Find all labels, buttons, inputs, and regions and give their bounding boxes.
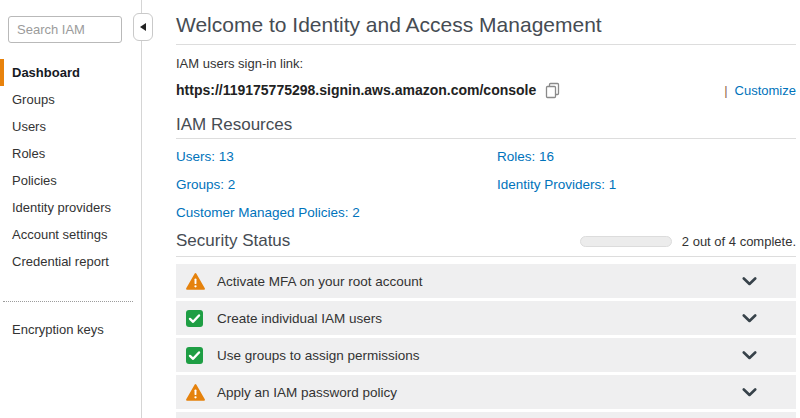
warning-icon (186, 273, 205, 290)
resource-link-customer-managed-policies[interactable]: Customer Managed Policies: 2 (176, 205, 497, 220)
security-status-list: Activate MFA on your root account Create… (176, 264, 796, 418)
sidebar-item-policies[interactable]: Policies (0, 167, 141, 194)
page-title: Welcome to Identity and Access Managemen… (176, 13, 796, 45)
sidebar-item-account-settings[interactable]: Account settings (0, 221, 141, 248)
customize-link[interactable]: Customize (735, 83, 796, 98)
chevron-down-icon[interactable] (742, 351, 757, 360)
check-icon (186, 310, 205, 327)
customize-divider: | (724, 83, 727, 98)
collapse-left-triangle-icon (140, 23, 146, 31)
sidebar-item-groups[interactable]: Groups (0, 86, 141, 113)
resource-link-groups[interactable]: Groups: 2 (176, 177, 497, 192)
resource-link-users[interactable]: Users: 13 (176, 149, 497, 164)
sidebar-item-credential-report[interactable]: Credential report (0, 248, 141, 275)
chevron-down-icon[interactable] (742, 277, 757, 286)
sidebar-divider (3, 301, 133, 302)
security-row-activate-mfa[interactable]: Activate MFA on your root account (176, 264, 796, 298)
signin-link-label: IAM users sign-in link: (176, 56, 796, 72)
signin-link-row: https://119175775298.signin.aws.amazon.c… (176, 81, 796, 99)
sidebar-item-encryption-keys[interactable]: Encryption keys (0, 316, 141, 343)
sidebar-item-users[interactable]: Users (0, 113, 141, 140)
main-content: Welcome to Identity and Access Managemen… (176, 0, 796, 418)
iam-resources-links: Users: 13 Roles: 16 Groups: 2 Identity P… (176, 142, 796, 226)
sidebar-item-dashboard[interactable]: Dashboard (0, 59, 141, 86)
security-row-label: Create individual IAM users (217, 311, 382, 326)
chevron-down-icon[interactable] (742, 314, 757, 323)
signin-url: https://119175775298.signin.aws.amazon.c… (176, 82, 536, 98)
progress-text: 2 out of 4 complete. (682, 234, 796, 249)
security-row-password-policy[interactable]: Apply an IAM password policy (176, 375, 796, 409)
security-row-partial[interactable] (176, 412, 796, 418)
security-row-label: Apply an IAM password policy (217, 385, 397, 400)
customize-wrap: | Customize (724, 83, 796, 98)
sidebar-item-identity-providers[interactable]: Identity providers (0, 194, 141, 221)
resource-link-identity-providers[interactable]: Identity Providers: 1 (497, 177, 796, 192)
security-row-create-iam-users[interactable]: Create individual IAM users (176, 301, 796, 335)
security-status-title: Security Status (176, 231, 290, 251)
security-status-header: Security Status 2 out of 4 complete. (176, 231, 796, 257)
chevron-down-icon[interactable] (742, 388, 757, 397)
sidebar-item-roles[interactable]: Roles (0, 140, 141, 167)
progress-bar (580, 236, 672, 247)
security-row-label: Use groups to assign permissions (217, 348, 420, 363)
sidebar-collapse-button[interactable] (133, 13, 153, 41)
iam-resources-title: IAM Resources (176, 115, 796, 139)
warning-icon (186, 384, 205, 401)
security-row-use-groups[interactable]: Use groups to assign permissions (176, 338, 796, 372)
sidebar: Dashboard Groups Users Roles Policies Id… (0, 0, 142, 418)
security-row-label: Activate MFA on your root account (217, 274, 423, 289)
copy-icon[interactable] (544, 82, 561, 99)
search-input[interactable] (8, 16, 122, 43)
check-icon (186, 347, 205, 364)
sidebar-nav: Dashboard Groups Users Roles Policies Id… (0, 59, 141, 343)
resource-link-roles[interactable]: Roles: 16 (497, 149, 796, 164)
